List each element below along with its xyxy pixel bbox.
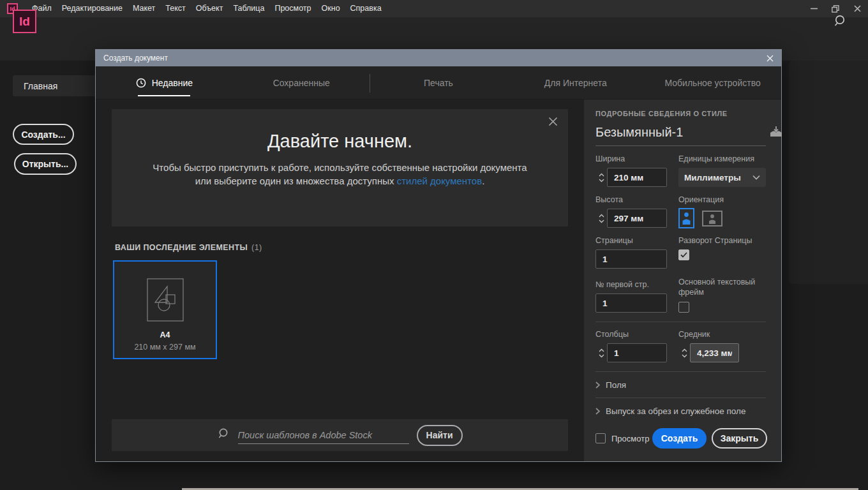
hero-body-period: . bbox=[482, 175, 484, 186]
units-label: Единицы измерения bbox=[678, 154, 766, 163]
tab-divider bbox=[370, 74, 370, 93]
menu-object[interactable]: Объект bbox=[191, 0, 228, 17]
chevron-down-icon bbox=[599, 179, 604, 182]
indesign-logo: Id bbox=[13, 10, 36, 33]
menu-edit[interactable]: Редактирование bbox=[57, 0, 128, 17]
tab-mobile[interactable]: Мобильное устройство bbox=[644, 66, 781, 99]
chevron-right-icon bbox=[595, 408, 600, 415]
recent-item-size: 210 мм x 297 мм bbox=[134, 343, 195, 352]
preset-details-panel: ПОДРОБНЫЕ СВЕДЕНИЯ О СТИЛЕ Ширина bbox=[584, 100, 781, 461]
start-page-input[interactable] bbox=[595, 293, 667, 313]
dialog-actions: Просмотр Создать Закрыть bbox=[595, 428, 767, 449]
dialog-content: Давайте начнем. Чтобы быстро приступить … bbox=[96, 100, 781, 461]
indesign-logo-text: Id bbox=[19, 15, 30, 29]
gutter-input[interactable] bbox=[690, 343, 739, 362]
clock-icon bbox=[136, 78, 146, 88]
tab-saved-label: Сохраненные bbox=[273, 78, 330, 88]
divider bbox=[595, 397, 766, 398]
hero-card: Давайте начнем. Чтобы быстро приступить … bbox=[112, 109, 568, 226]
search-icon[interactable] bbox=[834, 14, 848, 31]
pages-label: Страницы bbox=[595, 236, 667, 245]
document-name-input[interactable] bbox=[595, 125, 765, 140]
height-orientation-row: Высота Ориентация bbox=[595, 195, 766, 228]
close-window-icon[interactable] bbox=[846, 0, 868, 17]
preview-label: Просмотр bbox=[611, 434, 649, 443]
menu-type[interactable]: Текст bbox=[160, 0, 190, 17]
gutter-stepper[interactable] bbox=[678, 348, 690, 358]
menu-window[interactable]: Окно bbox=[317, 0, 345, 17]
margins-section-toggle[interactable]: Поля bbox=[595, 380, 766, 390]
units-dropdown[interactable]: Миллиметры bbox=[678, 168, 766, 187]
recent-count: (1) bbox=[251, 243, 262, 252]
margins-section-label: Поля bbox=[606, 380, 626, 390]
chevron-up-icon bbox=[599, 348, 604, 352]
menu-layout[interactable]: Макет bbox=[128, 0, 160, 17]
save-preset-icon[interactable] bbox=[770, 126, 782, 140]
orientation-landscape-icon[interactable] bbox=[702, 211, 722, 226]
tab-recent[interactable]: Недавние bbox=[96, 66, 233, 99]
create-document-dialog: Создать документ Недавние Сохраненные Пе… bbox=[96, 50, 781, 461]
dialog-close-icon[interactable] bbox=[767, 55, 774, 62]
find-button[interactable]: Найти bbox=[417, 425, 463, 446]
home-create-button[interactable]: Создать... bbox=[13, 124, 74, 145]
preview-checkbox[interactable] bbox=[595, 433, 606, 443]
hero-body: Чтобы быстро приступить к работе, исполь… bbox=[146, 161, 535, 188]
width-input[interactable] bbox=[607, 168, 667, 187]
close-button[interactable]: Закрыть bbox=[712, 428, 767, 449]
menu-table[interactable]: Таблица bbox=[228, 0, 269, 17]
menu-help[interactable]: Справка bbox=[345, 0, 387, 17]
tab-web-label: Для Интернета bbox=[544, 78, 607, 88]
facing-pages-checkbox[interactable] bbox=[678, 249, 689, 260]
divider bbox=[595, 371, 766, 372]
columns-input[interactable] bbox=[607, 343, 667, 362]
document-name-row bbox=[595, 125, 766, 146]
columns-stepper[interactable] bbox=[595, 348, 607, 358]
create-button[interactable]: Создать bbox=[652, 428, 707, 449]
preset-details-heading: ПОДРОБНЫЕ СВЕДЕНИЯ О СТИЛЕ bbox=[595, 110, 766, 117]
dialog-main: Давайте начнем. Чтобы быстро приступить … bbox=[96, 100, 584, 461]
menubar: Id Файл Редактирование Макет Текст Объек… bbox=[0, 0, 868, 17]
height-input[interactable] bbox=[607, 209, 667, 228]
hero-close-icon[interactable] bbox=[548, 117, 558, 129]
tab-print[interactable]: Печать bbox=[370, 66, 507, 99]
hero-title: Давайте начнем. bbox=[112, 131, 568, 152]
stock-search-input[interactable] bbox=[238, 426, 409, 444]
recent-item-a4[interactable]: A4 210 мм x 297 мм bbox=[113, 260, 217, 359]
dialog-titlebar[interactable]: Создать документ bbox=[96, 50, 781, 66]
minimize-icon[interactable] bbox=[803, 0, 825, 17]
columns-gutter-row: Столбцы Средник bbox=[595, 330, 766, 362]
tab-saved[interactable]: Сохраненные bbox=[233, 66, 370, 99]
primary-text-frame-checkbox[interactable] bbox=[678, 302, 689, 313]
document-styles-link[interactable]: стилей документов bbox=[397, 175, 483, 186]
search-icon bbox=[218, 427, 230, 443]
width-label: Ширина bbox=[595, 154, 667, 163]
sidebar-item-home[interactable]: Главная bbox=[13, 75, 100, 96]
bleed-section-toggle[interactable]: Выпуск за обрез и служебное поле bbox=[595, 406, 766, 416]
orientation-label: Ориентация bbox=[678, 195, 766, 204]
check-icon bbox=[680, 252, 687, 258]
facing-pages-label: Разворот Страницы bbox=[678, 236, 766, 245]
pages-input[interactable] bbox=[595, 249, 667, 269]
gutter-label: Средник bbox=[678, 330, 739, 339]
dialog-title: Создать документ bbox=[103, 54, 168, 63]
chevron-down-icon bbox=[752, 175, 760, 180]
chevron-up-icon bbox=[682, 348, 687, 352]
height-stepper[interactable] bbox=[595, 214, 607, 223]
menu-items: Файл Редактирование Макет Текст Объект Т… bbox=[27, 0, 387, 17]
pages-facing-row: Страницы Разворот Страницы bbox=[595, 236, 766, 269]
tab-mobile-label: Мобильное устройство bbox=[664, 78, 760, 88]
dialog-tabs: Недавние Сохраненные Печать Для Интернет… bbox=[96, 66, 781, 100]
units-value: Миллиметры bbox=[684, 173, 752, 182]
active-tab-underline bbox=[138, 95, 190, 97]
chevron-down-icon bbox=[599, 354, 604, 358]
height-label: Высота bbox=[595, 195, 667, 204]
tab-print-label: Печать bbox=[424, 78, 453, 88]
chevron-down-icon bbox=[599, 219, 604, 223]
menu-view[interactable]: Просмотр bbox=[269, 0, 316, 17]
bleed-section-label: Выпуск за обрез и служебное поле bbox=[606, 406, 745, 416]
tab-web[interactable]: Для Интернета bbox=[507, 66, 644, 99]
width-stepper[interactable] bbox=[595, 173, 607, 182]
orientation-portrait-icon[interactable] bbox=[678, 208, 694, 228]
home-open-button[interactable]: Открыть... bbox=[14, 153, 77, 175]
indesign-window: Id Файл Редактирование Макет Текст Объек… bbox=[0, 0, 868, 490]
